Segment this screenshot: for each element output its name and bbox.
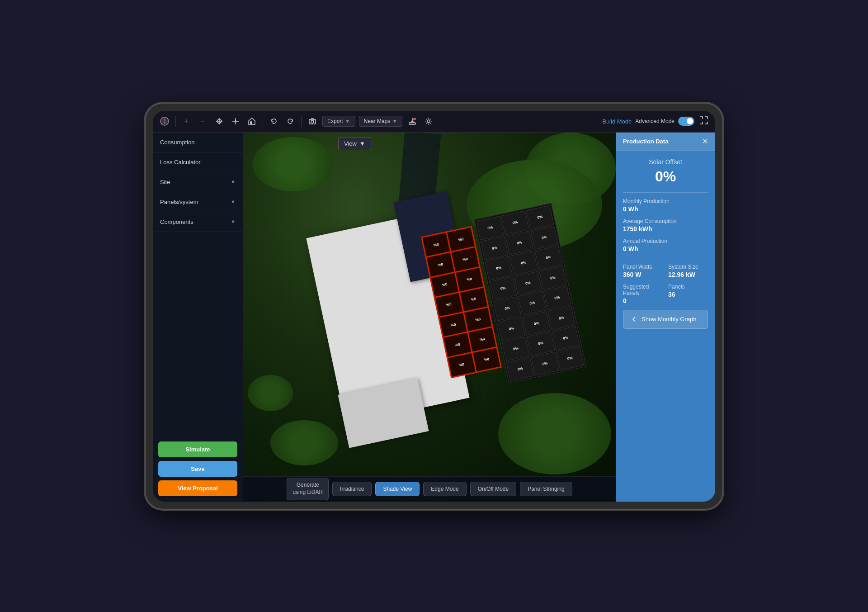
sidebar-item-site[interactable]: Site ▼ [153, 172, 243, 192]
close-button[interactable]: ✕ [702, 138, 708, 145]
tree-cluster-6 [248, 375, 293, 411]
svg-point-11 [427, 120, 430, 123]
sidebar-bottom: Simulate Save View Proposal [153, 436, 243, 502]
dropdown-chevron: ▼ [359, 140, 365, 147]
panel-cell: %0 [435, 293, 463, 316]
panel-cell: 0% [526, 205, 554, 229]
bottom-toolbar: Generateusing LiDAR Irradiance Shade Vie… [243, 476, 616, 502]
solar-offset-label: Solar Offset [623, 158, 708, 166]
tree-cluster-4 [498, 393, 611, 474]
undo-icon[interactable] [268, 115, 280, 128]
map-background: %0 %0 %0 %0 %0 %0 %0 %0 %0 %0 %0 %0 %0 %… [243, 133, 616, 502]
panel-cell: 0% [481, 236, 509, 260]
panel-cell: 0% [502, 337, 530, 361]
zoom-out-icon[interactable]: − [197, 115, 209, 128]
avg-consumption-label: Average Consumption [623, 218, 708, 224]
sidebar-item-components[interactable]: Components ▼ [153, 212, 243, 232]
panels-col: Panels 36 [668, 284, 708, 304]
panel-cell: 0% [547, 306, 576, 330]
shade-view-button[interactable]: Shade View [375, 482, 420, 496]
panel-cell: %0 [447, 228, 475, 251]
panel-cell: 0% [485, 256, 513, 280]
tree-cluster-1 [252, 137, 334, 191]
panel-cell: 0% [501, 210, 529, 235]
download-icon[interactable] [406, 115, 419, 128]
suggested-panels-label: Suggested Panels [623, 284, 663, 296]
right-panel-body: Solar Offset 0% Monthly Production 0 Wh … [616, 151, 715, 502]
svg-point-8 [311, 120, 314, 123]
system-size-value: 12.96 kW [668, 271, 708, 278]
annual-production-label: Annual Production [623, 238, 708, 244]
panel-watts-col: Panel Watts 360 W [623, 264, 663, 278]
svg-text:+: + [184, 118, 188, 125]
stats-grid: Panel Watts 360 W System Size 12.96 kW S… [623, 264, 708, 304]
panel-cell: 0% [527, 331, 555, 356]
fullscreen-icon[interactable] [698, 114, 710, 128]
panel-stringing-button[interactable]: Panel Stringing [520, 482, 572, 496]
annual-production-row: Annual Production 0 Wh [623, 238, 708, 252]
solar-offset-value: 0% [623, 168, 708, 185]
divider-panel-2 [623, 258, 708, 258]
svg-rect-6 [250, 122, 252, 124]
export-button[interactable]: Export ▼ [322, 116, 355, 127]
panel-cell: 0% [531, 351, 559, 375]
pan-icon[interactable] [229, 115, 242, 128]
home-icon[interactable] [245, 115, 258, 128]
panel-cell: %0 [423, 232, 450, 256]
generate-lidar-button[interactable]: Generateusing LiDAR [287, 478, 329, 500]
monthly-production-row: Monthly Production 0 Wh [623, 198, 708, 213]
view-proposal-button[interactable]: View Proposal [158, 480, 237, 496]
sidebar-item-consumption[interactable]: Consumption [153, 133, 243, 152]
simulate-button[interactable]: Simulate [158, 441, 237, 457]
panel-cell: 0% [514, 270, 542, 295]
sidebar-item-loss-calculator[interactable]: Loss Calculator [153, 152, 243, 172]
panel-cell: 0% [518, 291, 546, 315]
main-content: Consumption Loss Calculator Site ▼ Panel… [153, 133, 715, 502]
avg-consumption-value: 1750 kWh [623, 225, 708, 232]
toolbar: + − [153, 111, 715, 133]
map-area[interactable]: %0 %0 %0 %0 %0 %0 %0 %0 %0 %0 %0 %0 %0 %… [243, 133, 616, 502]
screen: + − [153, 111, 715, 502]
save-button[interactable]: Save [158, 461, 237, 477]
panel-cell: %0 [468, 327, 496, 351]
divider-1 [175, 116, 176, 127]
svg-rect-9 [409, 123, 415, 124]
panel-cell: %0 [464, 308, 492, 331]
suggested-panels-col: Suggested Panels 0 [623, 284, 663, 304]
divider-2 [263, 116, 263, 127]
advanced-mode-toggle[interactable] [678, 117, 694, 126]
avg-consumption-row: Average Consumption 1750 kWh [623, 218, 708, 232]
components-chevron: ▼ [231, 219, 236, 224]
system-size-label: System Size [668, 264, 708, 270]
on-off-mode-button[interactable]: On/Off Mode [470, 482, 516, 496]
panel-cell: 0% [534, 245, 562, 270]
panel-cell: 0% [523, 311, 551, 335]
view-dropdown[interactable]: View ▼ [338, 137, 371, 150]
panels-label: Panels [668, 284, 708, 290]
zoom-in-icon[interactable]: + [180, 115, 193, 128]
compass-icon[interactable] [158, 115, 171, 128]
irradiance-button[interactable]: Irradiance [332, 482, 372, 496]
panel-cell: %0 [444, 333, 472, 356]
monthly-production-value: 0 Wh [623, 205, 708, 213]
panel-cell: 0% [505, 230, 533, 255]
panel-cell: %0 [456, 267, 483, 291]
near-maps-button[interactable]: Near Maps ▼ [359, 116, 403, 127]
panel-cell: 0% [509, 251, 538, 275]
build-mode-label: Build Mode [602, 118, 632, 125]
show-monthly-graph-button[interactable]: Show Monthly Graph [623, 310, 708, 329]
divider-panel-1 [623, 192, 708, 193]
panel-cell: 0% [506, 356, 534, 381]
sidebar-item-panels-system[interactable]: Panels/system ▼ [153, 192, 243, 212]
panel-cell: 0% [552, 326, 580, 350]
redo-icon[interactable] [284, 115, 297, 128]
panel-watts-label: Panel Watts [623, 264, 663, 270]
panel-cell: 0% [556, 346, 584, 370]
divider-3 [301, 116, 302, 127]
settings-icon[interactable] [422, 115, 435, 128]
panel-cell: %0 [473, 347, 500, 371]
move-icon[interactable] [213, 115, 226, 128]
camera-icon[interactable] [306, 115, 319, 128]
edge-mode-button[interactable]: Edge Mode [423, 482, 466, 496]
panel-cell: 0% [476, 216, 504, 240]
